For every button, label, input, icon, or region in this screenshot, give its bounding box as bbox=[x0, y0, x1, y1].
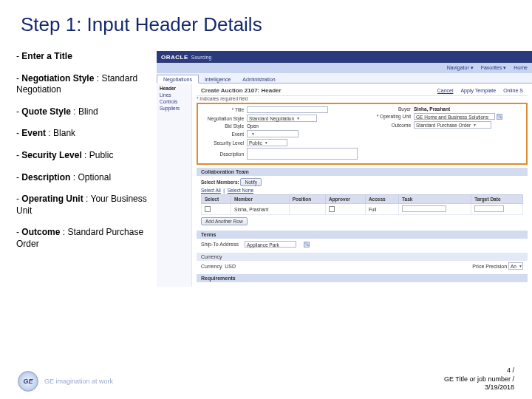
row-access: Full bbox=[365, 204, 398, 215]
col-approver: Approver bbox=[325, 195, 365, 204]
op-unit-search-icon[interactable] bbox=[497, 114, 502, 120]
select-all-link[interactable]: Select All bbox=[201, 188, 221, 193]
bullet-item: - Outcome : Standard Purchase Order bbox=[16, 227, 157, 250]
shipto-search-icon[interactable] bbox=[304, 242, 310, 248]
table-row: Sinha, Prashant Full bbox=[202, 204, 523, 215]
col-select: Select bbox=[202, 195, 231, 204]
add-row-button[interactable]: Add Another Row bbox=[201, 217, 248, 225]
security-label: Security Level bbox=[201, 140, 247, 146]
shipto-label: Ship-To Address bbox=[201, 242, 239, 247]
bullet-item: - Security Level : Public bbox=[16, 150, 157, 162]
collab-team-table: Select Member Position Approver Access T… bbox=[201, 194, 523, 215]
breadcrumb: Create Auction 2107: Header bbox=[201, 87, 282, 94]
title-input[interactable] bbox=[247, 106, 328, 113]
page-meta: 4 / GE Title or job number / 3/19/2018 bbox=[444, 366, 514, 392]
tab-negotiations[interactable]: Negotiations bbox=[157, 75, 199, 83]
side-controls[interactable]: Controls bbox=[160, 99, 188, 104]
currency-section-header: Currency bbox=[197, 253, 528, 261]
side-header[interactable]: Header bbox=[160, 86, 188, 91]
apply-template-link[interactable]: Apply Template bbox=[460, 88, 496, 93]
col-position: Position bbox=[289, 195, 325, 204]
op-unit-label: * Operating Unit bbox=[362, 114, 414, 119]
online-save-link[interactable]: Online S bbox=[503, 88, 523, 93]
row-select-checkbox[interactable] bbox=[205, 206, 211, 212]
primary-tabs: Negotiations Intelligence Administration bbox=[157, 73, 532, 83]
bullet-item: - Event : Blank bbox=[16, 128, 157, 140]
title-label: * Title bbox=[201, 107, 247, 112]
meta-line: GE Title or job number / bbox=[444, 375, 514, 383]
ge-tagline: GE imagination at work bbox=[44, 378, 113, 385]
bullet-item: - Description : Optional bbox=[16, 172, 157, 184]
page-number: 4 / bbox=[444, 366, 514, 375]
shipto-input[interactable]: Appliance Park bbox=[245, 241, 296, 248]
neg-style-label: Negotiation Style bbox=[201, 116, 247, 121]
col-target-date: Target Date bbox=[471, 195, 523, 204]
oracle-sourcing-app: ORACLE Sourcing Navigator ▾ Favorites ▾ … bbox=[157, 51, 532, 287]
side-suppliers[interactable]: Suppliers bbox=[160, 106, 188, 111]
bullet-item: - Enter a Title bbox=[16, 51, 157, 63]
brand-label: ORACLE bbox=[161, 54, 188, 61]
bullet-item: - Negotiation Style : Standard Negotiati… bbox=[16, 73, 157, 96]
brand-sub: Sourcing bbox=[191, 55, 212, 60]
side-nav: Header Lines Controls Suppliers bbox=[157, 83, 192, 287]
cancel-link[interactable]: Cancel bbox=[437, 88, 454, 93]
neg-style-select[interactable]: Standard Negotiation bbox=[247, 115, 317, 122]
side-lines[interactable]: Lines bbox=[160, 92, 188, 98]
description-label: Description bbox=[201, 151, 247, 157]
row-member: Sinha, Prashant bbox=[231, 204, 290, 215]
bullet-list: - Enter a Title - Negotiation Style : St… bbox=[16, 51, 157, 287]
tab-administration[interactable]: Administration bbox=[236, 75, 281, 83]
ge-logo-icon: GE bbox=[18, 371, 38, 392]
collab-section-header: Collaboration Team bbox=[197, 168, 528, 176]
row-approver-checkbox[interactable] bbox=[329, 206, 335, 212]
op-unit-input[interactable]: GE Home and Business Solutions bbox=[414, 113, 495, 120]
row-task-input[interactable] bbox=[402, 205, 446, 212]
tab-intelligence[interactable]: Intelligence bbox=[199, 75, 236, 83]
buyer-value: Sinha, Prashant bbox=[414, 106, 450, 112]
slide-title: Step 1: Input Header Details bbox=[0, 0, 532, 36]
required-note: * Indicates required field bbox=[197, 96, 528, 101]
row-target-date-input[interactable] bbox=[474, 205, 504, 212]
event-label: Event bbox=[201, 132, 247, 137]
header-fields-highlight: * Title Negotiation StyleStandard Negoti… bbox=[197, 103, 528, 165]
col-access: Access bbox=[365, 195, 398, 204]
global-nav: Navigator ▾ Favorites ▾ Home bbox=[157, 63, 532, 73]
description-textarea[interactable] bbox=[247, 148, 358, 160]
bid-style-label: Bid Style bbox=[201, 123, 247, 129]
home-link[interactable]: Home bbox=[514, 65, 528, 70]
bullet-item: - Operating Unit : Your Business Unit bbox=[16, 194, 157, 216]
event-select[interactable] bbox=[247, 130, 299, 137]
currency-label: Currency bbox=[201, 264, 222, 269]
buyer-label: Buyer bbox=[362, 106, 414, 112]
col-member: Member bbox=[231, 195, 290, 204]
meta-date: 3/19/2018 bbox=[444, 383, 514, 392]
currency-value: USD bbox=[225, 264, 236, 269]
bullet-item: - Quote Style : Blind bbox=[16, 106, 157, 118]
outcome-label: Outcome bbox=[362, 123, 414, 128]
app-header: ORACLE Sourcing bbox=[157, 51, 532, 63]
notify-button[interactable]: Notify bbox=[240, 178, 262, 186]
outcome-select[interactable]: Standard Purchase Order bbox=[414, 121, 491, 129]
favorites-menu[interactable]: Favorites ▾ bbox=[481, 65, 507, 70]
price-precision-select[interactable]: An bbox=[508, 262, 523, 270]
col-task: Task bbox=[399, 195, 471, 204]
bid-style-value: Open bbox=[247, 123, 259, 129]
security-select[interactable]: Public bbox=[247, 139, 287, 146]
requirements-section-header: Requirements bbox=[197, 274, 528, 282]
price-precision-label: Price Precision bbox=[472, 264, 507, 269]
select-members-label: Select Members: Notify bbox=[201, 178, 523, 186]
ge-branding: GE GE imagination at work bbox=[18, 371, 113, 392]
terms-section-header: Terms bbox=[197, 231, 528, 239]
select-none-link[interactable]: Select None bbox=[228, 188, 253, 193]
navigator-menu[interactable]: Navigator ▾ bbox=[447, 65, 474, 70]
